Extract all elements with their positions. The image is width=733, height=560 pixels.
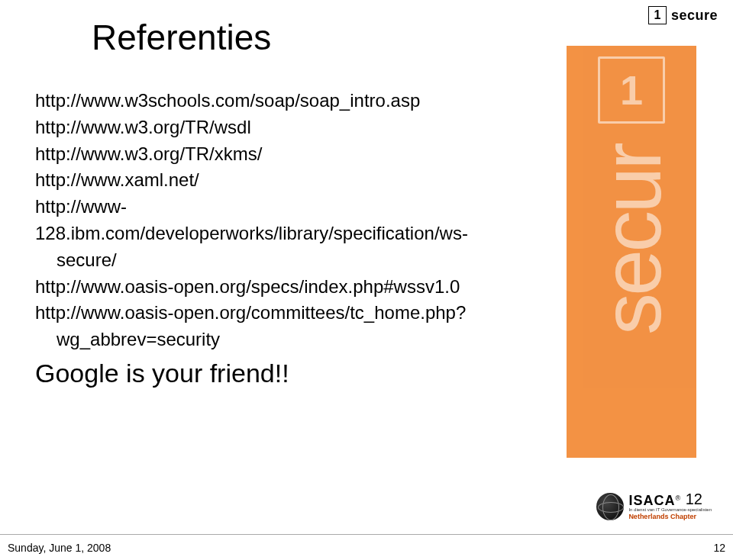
closing-text: Google is your friend!! [35, 359, 289, 388]
reference-item: http://www.w3schools.com/soap/soap_intro… [35, 88, 524, 114]
isaca-name: ISACA [628, 493, 675, 508]
reference-item: http://www.oasis-open.org/specs/index.ph… [35, 274, 524, 301]
slide-title: Referenties [92, 17, 271, 58]
reference-line: http://www.oasis-open.org/committees/tc_… [35, 302, 466, 323]
reference-item: http://www.w3.org/TR/xkms/ [35, 141, 524, 168]
globe-icon [596, 493, 624, 520]
reference-item: http://www.xaml.net/ [35, 167, 524, 194]
isaca-registered: ® [675, 494, 680, 501]
reference-line: http://www-128.ibm.com/developerworks/li… [35, 196, 468, 243]
slide: 1 secure 1 secur Referenties http://www.… [0, 0, 733, 534]
footer-page: 12 [713, 542, 725, 554]
watermark-text: secur [589, 145, 673, 335]
reference-item: http://www.oasis-open.org/committees/tc_… [35, 300, 524, 353]
reference-list: http://www.w3schools.com/soap/soap_intro… [35, 88, 524, 353]
isaca-logo: ISACA® In dienst van IT Governance-speci… [596, 493, 712, 520]
brand-text: secure [671, 8, 718, 24]
brand-logo-secure: 1 secure [648, 6, 718, 24]
reference-continuation: secure/ [35, 247, 524, 274]
brand-icon: 1 [648, 6, 667, 24]
reference-item: http://www.w3.org/TR/wsdl [35, 114, 524, 141]
isaca-text-block: ISACA® In dienst van IT Governance-speci… [628, 494, 712, 520]
watermark-column: 1 secur [567, 46, 696, 458]
footer-date: Sunday, June 1, 2008 [8, 542, 111, 554]
presenter-footer: Sunday, June 1, 2008 12 [0, 534, 733, 560]
reference-continuation: wg_abbrev=security [35, 327, 524, 353]
reference-item: http://www-128.ibm.com/developerworks/li… [35, 194, 524, 273]
isaca-tagline: In dienst van IT Governance-specialisten [628, 507, 712, 512]
watermark-icon: 1 [598, 56, 665, 124]
isaca-chapter: Netherlands Chapter [628, 513, 712, 520]
